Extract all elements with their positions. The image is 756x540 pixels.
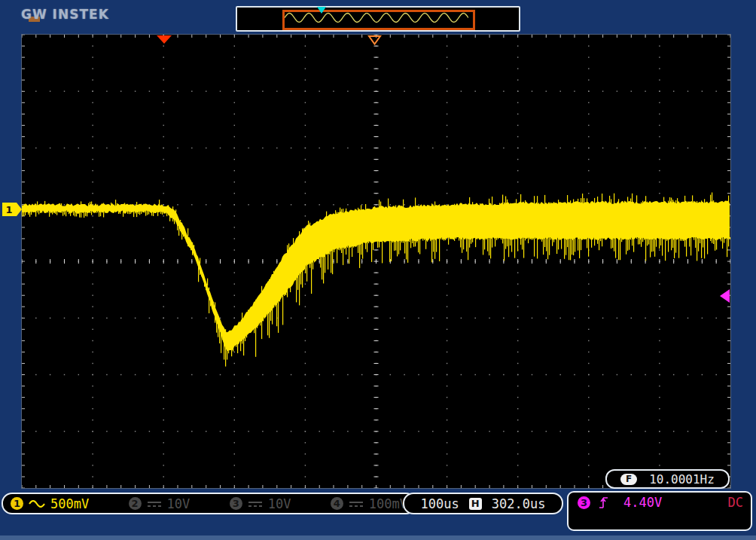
trigger-coupling: DC bbox=[728, 495, 743, 510]
channel-1-scale: 500mV bbox=[50, 496, 89, 511]
channel-status-bar: 1 500mV 2 10V 3 10V 4 bbox=[2, 493, 416, 514]
channel-2-badge: 2 bbox=[129, 497, 142, 510]
frequency-readout: F 10.0001Hz bbox=[605, 469, 730, 489]
channel-1-badge: 1 bbox=[11, 497, 23, 510]
channel-3-badge: 3 bbox=[230, 497, 242, 510]
ac-coupling-icon bbox=[29, 499, 45, 508]
timebase-scale: 100us bbox=[421, 496, 459, 511]
preview-trigger-marker-icon bbox=[317, 7, 326, 14]
channel-4-scale: 100mV bbox=[369, 496, 407, 511]
channel-2-scale: 10V bbox=[167, 496, 191, 511]
frequency-icon: F bbox=[620, 474, 637, 485]
trigger-level-value: 4.40V bbox=[623, 495, 662, 510]
frequency-value: 10.0001Hz bbox=[649, 472, 715, 487]
channel-2-status: 2 10V bbox=[129, 496, 191, 511]
expansion-point-marker-icon bbox=[367, 35, 382, 45]
acquisition-preview-bar bbox=[236, 6, 520, 32]
horizontal-icon: H bbox=[469, 498, 482, 510]
trigger-row: 3 4.40V DC bbox=[578, 495, 743, 510]
brand-logo: GW INSTEK bbox=[21, 7, 109, 22]
zoom-window-outline bbox=[282, 10, 475, 30]
graticule-and-trace bbox=[22, 35, 730, 488]
trigger-level-marker-icon bbox=[719, 288, 730, 304]
dc-coupling-icon bbox=[349, 499, 364, 508]
channel-4-badge: 4 bbox=[331, 497, 343, 510]
channel-1-status: 1 500mV bbox=[11, 496, 89, 511]
dc-coupling-icon bbox=[248, 499, 263, 508]
trigger-source-badge: 3 bbox=[578, 496, 590, 509]
channel-4-status: 4 100mV bbox=[331, 496, 407, 511]
trigger-readout: 3 4.40V DC bbox=[567, 491, 752, 531]
rising-edge-trigger-icon bbox=[598, 496, 610, 510]
svg-text:1: 1 bbox=[5, 204, 12, 215]
oscilloscope-screen: GW INSTEK 1 F 10.0001Hz 1 bbox=[0, 0, 756, 540]
timebase-readout: 100us H 302.0us bbox=[403, 493, 563, 514]
waveform-display bbox=[22, 35, 730, 488]
preview-waveform bbox=[285, 12, 468, 23]
channel-3-status: 3 10V bbox=[230, 496, 291, 511]
timebase-delay: 302.0us bbox=[492, 496, 546, 511]
bottom-strip bbox=[0, 535, 756, 540]
channel1-position-marker-icon: 1 bbox=[2, 203, 23, 217]
dc-coupling-icon bbox=[147, 499, 162, 508]
memory-position-marker-icon bbox=[157, 35, 172, 44]
channel-3-scale: 10V bbox=[268, 496, 291, 511]
